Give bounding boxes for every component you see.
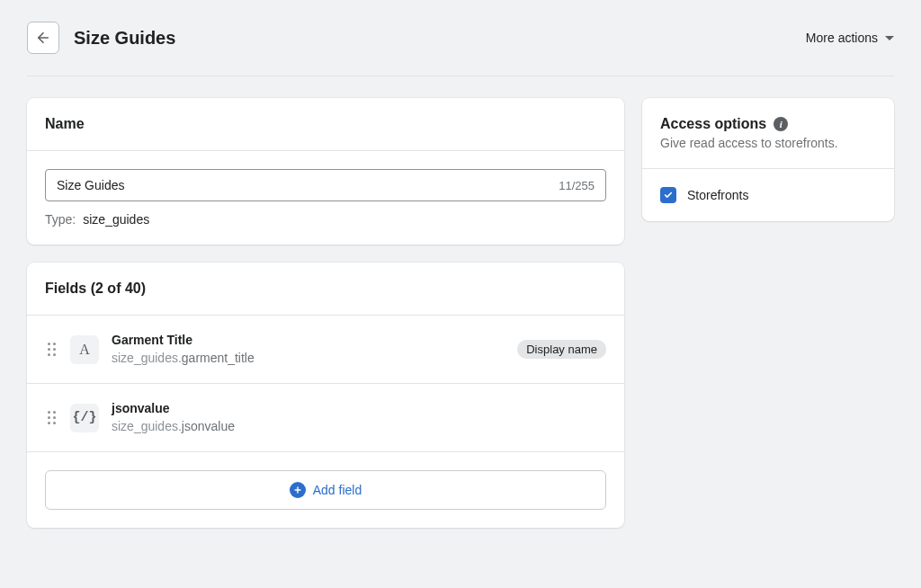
name-input-wrap: 11/255 — [45, 169, 606, 201]
arrow-left-icon — [35, 30, 51, 46]
text-type-icon: A — [70, 335, 99, 364]
back-button[interactable] — [27, 22, 59, 54]
type-label: Type: — [45, 212, 76, 227]
field-row[interactable]: A Garment Title size_guides.garment_titl… — [27, 315, 624, 383]
info-icon[interactable]: i — [773, 117, 788, 131]
field-name: Garment Title — [112, 332, 505, 350]
field-name: jsonvalue — [112, 400, 606, 418]
page-header: Size Guides More actions — [27, 22, 894, 76]
page-title: Size Guides — [74, 28, 175, 49]
storefronts-label: Storefronts — [687, 188, 748, 202]
type-value: size_guides — [83, 212, 149, 227]
more-actions-dropdown[interactable]: More actions — [806, 31, 894, 45]
name-input[interactable] — [57, 178, 559, 192]
storefronts-checkbox[interactable] — [660, 187, 676, 203]
check-icon — [663, 191, 674, 200]
field-key: size_guides.jsonvalue — [112, 418, 606, 436]
plus-circle-icon — [290, 482, 306, 498]
add-field-label: Add field — [313, 483, 362, 497]
drag-handle-icon[interactable] — [45, 343, 58, 356]
access-title: Access options — [660, 116, 766, 132]
field-key: size_guides.garment_title — [112, 350, 505, 368]
json-type-icon: {/} — [70, 404, 99, 432]
access-subtitle: Give read access to storefronts. — [660, 136, 876, 150]
fields-section-title: Fields (2 of 40) — [45, 281, 606, 297]
fields-card: Fields (2 of 40) A Garment Title — [27, 263, 624, 528]
type-line: Type: size_guides — [45, 212, 606, 227]
name-section-title: Name — [45, 116, 606, 132]
add-field-button[interactable]: Add field — [45, 470, 606, 510]
name-char-count: 11/255 — [559, 179, 595, 192]
display-name-badge: Display name — [517, 340, 606, 359]
more-actions-label: More actions — [806, 31, 878, 45]
field-row[interactable]: {/} jsonvalue size_guides.jsonvalue — [27, 383, 624, 451]
drag-handle-icon[interactable] — [45, 411, 58, 424]
chevron-down-icon — [885, 36, 894, 40]
access-options-card: Access options i Give read access to sto… — [642, 98, 894, 221]
name-card: Name 11/255 Type: size_guides — [27, 98, 624, 245]
